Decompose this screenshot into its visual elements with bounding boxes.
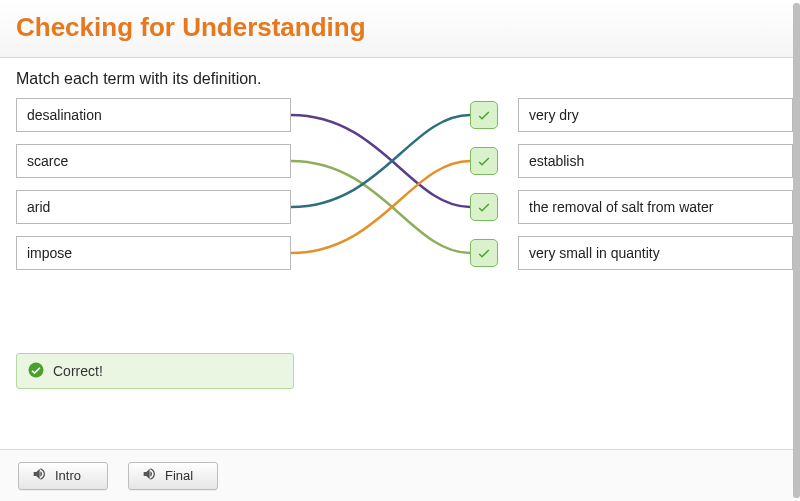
connection-path [291,115,470,207]
correct-check-icon [470,193,498,221]
definition-item[interactable]: establish [518,144,793,178]
connection-path [291,115,470,207]
feedback-text: Correct! [53,363,103,379]
term-item[interactable]: scarce [16,144,291,178]
definition-item[interactable]: very small in quantity [518,236,793,270]
intro-audio-label: Intro [55,468,81,483]
correct-check-icon [470,147,498,175]
correct-icon [27,361,45,382]
match-area: desalination scarce arid impose [16,98,784,298]
definition-item[interactable]: the removal of salt from water [518,190,793,224]
scrollbar[interactable] [793,3,800,498]
body: Match each term with its definition. des… [0,58,800,389]
term-item[interactable]: arid [16,190,291,224]
correct-check-icon [470,101,498,129]
definition-item[interactable]: very dry [518,98,793,132]
final-audio-label: Final [165,468,193,483]
connection-path [291,161,470,253]
feedback-banner: Correct! [16,353,294,389]
final-audio-button[interactable]: Final [128,462,218,490]
connection-path [291,161,470,253]
speaker-icon [31,466,47,485]
app-root: Checking for Understanding Match each te… [0,0,800,501]
term-item[interactable]: impose [16,236,291,270]
speaker-icon [141,466,157,485]
definitions-column: very dry establish the removal of salt f… [518,98,793,282]
checks-column [470,98,500,285]
footer: Intro Final [0,449,800,501]
header: Checking for Understanding [0,0,800,58]
instruction-text: Match each term with its definition. [16,70,784,88]
page-title: Checking for Understanding [16,12,784,43]
term-item[interactable]: desalination [16,98,291,132]
correct-check-icon [470,239,498,267]
terms-column: desalination scarce arid impose [16,98,291,282]
svg-point-0 [29,362,44,377]
intro-audio-button[interactable]: Intro [18,462,108,490]
